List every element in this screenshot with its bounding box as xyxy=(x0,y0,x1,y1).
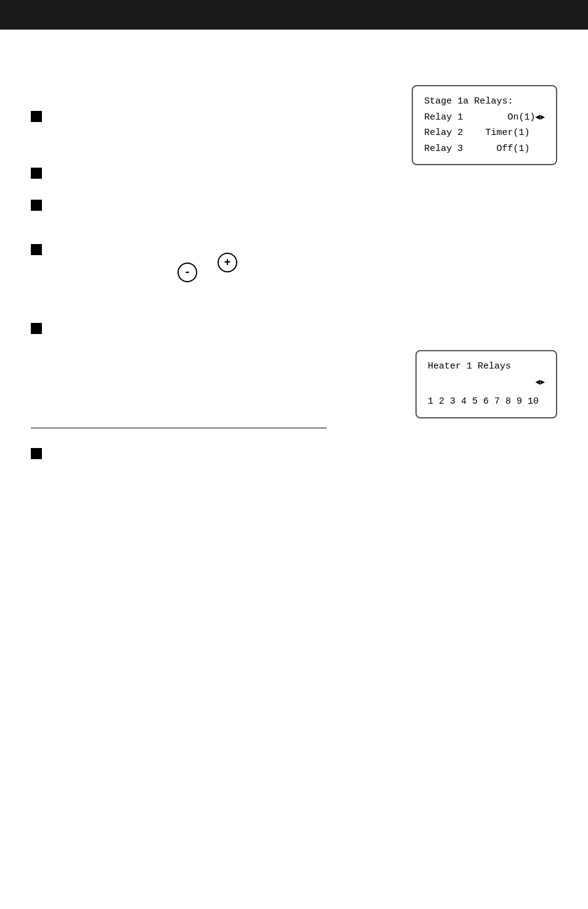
stage-relay-display: Stage 1a Relays: Relay 1 On(1)◄► Relay 2… xyxy=(412,85,557,165)
bullet-text-3 xyxy=(54,198,557,213)
heater-relay-title: Heater 1 Relays xyxy=(428,359,511,375)
bullet-icon-5 xyxy=(31,323,42,334)
bullet-icon-6 xyxy=(31,448,42,459)
bullet-icon-1 xyxy=(31,111,42,122)
bullet-text-6 xyxy=(54,447,557,462)
heater-relay-display: Heater 1 Relays ◄► 1 2 3 4 5 6 7 8 9 10 xyxy=(415,350,557,418)
bullet-section-6 xyxy=(31,447,557,462)
bullet-section-5 xyxy=(31,322,557,336)
page-content: Stage 1a Relays: Relay 1 On(1)◄► Relay 2… xyxy=(0,48,588,462)
header-bar xyxy=(0,0,588,30)
bullet-icon-2 xyxy=(31,168,42,179)
bullet-section-1 xyxy=(31,110,557,124)
bullet-section-3 xyxy=(31,198,557,213)
bullet-text-2 xyxy=(54,166,557,181)
bullet-icon-4 xyxy=(31,244,42,255)
minus-label: - xyxy=(184,264,191,282)
lcd-line4: Relay 3 Off(1) xyxy=(424,141,545,157)
plus-label: + xyxy=(224,254,231,272)
bullet-text-5 xyxy=(54,322,557,336)
bullet-icon-3 xyxy=(31,200,42,211)
lcd-line3: Relay 2 Timer(1) xyxy=(424,125,545,141)
minus-button[interactable]: - xyxy=(178,263,197,282)
section-divider xyxy=(31,428,327,428)
bullet-section-2 xyxy=(31,166,557,181)
bullet-section-4: - + xyxy=(31,243,557,304)
heater-relay-numbers: 1 2 3 4 5 6 7 8 9 10 xyxy=(428,396,539,407)
bullet-text-1 xyxy=(54,110,557,124)
nav-arrows-mid[interactable]: ◄► xyxy=(535,376,545,389)
lcd-line1: Stage 1a Relays: xyxy=(424,94,545,110)
plus-button[interactable]: + xyxy=(218,253,237,272)
bullet-text-4: - + xyxy=(54,243,557,292)
